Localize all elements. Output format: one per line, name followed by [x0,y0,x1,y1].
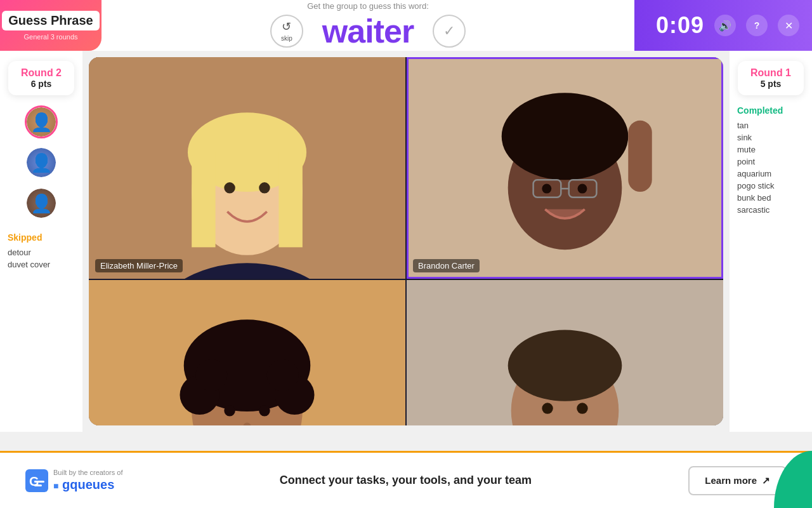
skip-button[interactable]: ↺ skip [270,15,303,48]
video-cell-3: Sarah Jane Thomas [89,280,405,425]
completed-item-2: sink [737,133,804,142]
round-pts-left: 6 pts [21,79,62,89]
word-hint: Get the group to guess this word: [307,1,429,11]
svg-point-26 [195,359,227,391]
completed-item-7: bunk bed [737,193,804,203]
avatar-list: 👤 👤 👤 [25,105,58,220]
video-placeholder-1 [89,57,405,279]
logo-area: Guess Phrase General 3 rounds [0,0,102,51]
gqueues-icon: G [25,469,48,492]
video-grid: Elizabeth Miller-Price [89,57,723,425]
video-placeholder-4 [407,280,723,425]
avatar-active: 👤 [25,105,58,138]
check-button[interactable]: ✓ [433,15,466,48]
round-label-left: Round 2 [21,67,62,79]
svg-rect-19 [628,121,652,192]
round-badge-left: Round 2 6 pts [8,61,74,95]
current-word: waiter [322,12,414,50]
video-cell-1: Elizabeth Miller-Price [89,57,405,279]
svg-point-34 [508,330,622,401]
word-row: ↺ skip waiter ✓ [270,12,466,50]
completed-section: Completed tan sink mute point aquarium p… [730,105,812,217]
gqueues-text-group: Built by the creators of ■ gqueues [53,469,122,492]
left-sidebar: Round 2 6 pts 👤 👤 👤 Skipped detour duvet… [0,51,82,432]
learn-more-label: Learn more [705,475,757,486]
svg-rect-41 [34,485,42,486]
gqueues-brand-name: ■ gqueues [53,478,122,492]
skipped-item-2: duvet cover [8,260,75,269]
help-icon: ? [754,20,760,30]
svg-rect-6 [278,152,302,248]
skip-label: skip [281,35,292,42]
avatar-face-3: 👤 [27,189,56,218]
skip-icon: ↺ [282,20,291,34]
avatar-face-2: 👤 [27,148,56,177]
learn-more-button[interactable]: Learn more ↗ [688,466,787,495]
completed-item-4: point [737,157,804,166]
skipped-label: Skipped [8,232,75,243]
svg-point-37 [577,403,587,414]
video-name-1: Elizabeth Miller-Price [95,259,183,272]
video-cell-4: Hadi Bennani [407,280,723,425]
round-label-right: Round 1 [750,67,791,79]
video-grid-wrapper: Elizabeth Miller-Price [89,57,723,425]
video-cell-2: Brandon Carter [407,57,723,279]
volume-icon: 🔊 [719,20,731,32]
completed-item-1: tan [737,121,804,130]
svg-point-17 [542,184,551,194]
skipped-section: Skipped detour duvet cover [0,232,82,272]
help-button[interactable]: ? [746,15,768,36]
close-button[interactable]: ✕ [778,15,799,36]
volume-button[interactable]: 🔊 [714,15,736,36]
svg-point-7 [224,182,235,193]
svg-rect-40 [34,481,44,483]
svg-point-36 [542,403,553,414]
right-sidebar: Round 1 5 pts Completed tan sink mute po… [730,51,812,432]
svg-point-18 [577,184,587,194]
video-placeholder-2 [407,57,723,279]
external-link-icon: ↗ [762,475,770,486]
teal-corner-decoration [774,451,812,508]
avatar-face-1: 👤 [27,107,56,137]
timer-display: 0:09 [656,12,704,39]
app-title: Guess Phrase [2,11,99,30]
top-bar: Guess Phrase General 3 rounds Get the gr… [0,0,812,51]
svg-point-29 [259,405,270,416]
completed-item-5: aquarium [737,169,804,178]
video-name-2: Brandon Carter [413,259,480,272]
gqueues-logo: G Built by the creators of ■ gqueues [25,469,122,492]
round-pts-right: 5 pts [750,79,791,89]
top-center: Get the group to guess this word: ↺ skip… [102,1,634,50]
gqueues-built-label: Built by the creators of [53,469,122,476]
main-area: Round 2 6 pts 👤 👤 👤 Skipped detour duvet… [0,51,812,432]
banner-text: Connect your tasks, your tools, and your… [141,474,669,487]
completed-item-6: pogo stick [737,181,804,190]
avatar-3: 👤 [25,187,58,220]
svg-point-28 [224,405,235,416]
video-placeholder-3 [89,280,405,425]
top-right: 0:09 🔊 ? ✕ [634,0,812,51]
skipped-item-1: detour [8,248,75,257]
bottom-banner: G Built by the creators of ■ gqueues Con… [0,451,812,508]
app-subtitle: General 3 rounds [24,33,78,41]
round-badge-right: Round 1 5 pts [738,61,804,95]
completed-item-3: mute [737,145,804,154]
svg-rect-5 [192,152,215,248]
completed-label: Completed [737,105,804,116]
svg-point-27 [267,359,299,391]
svg-point-13 [502,93,629,180]
svg-point-8 [259,182,270,193]
avatar-2: 👤 [25,146,58,179]
check-icon: ✓ [443,23,455,39]
close-icon: ✕ [785,20,793,32]
completed-item-8: sarcastic [737,205,804,215]
